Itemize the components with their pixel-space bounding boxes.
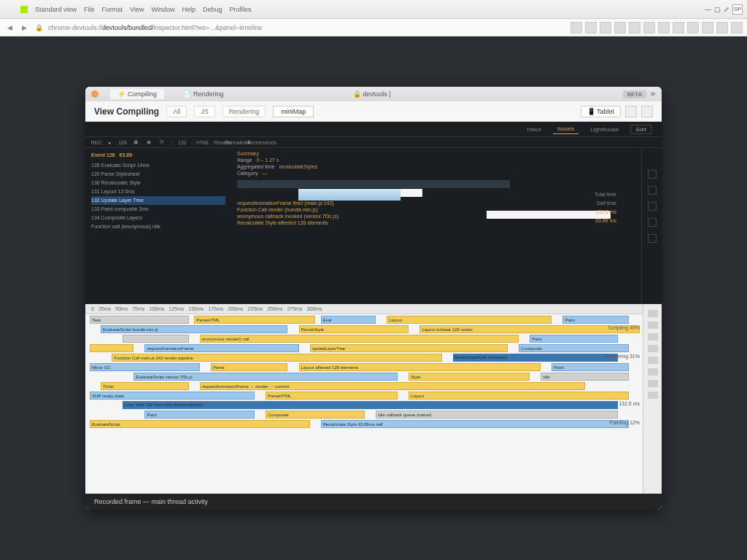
event-row[interactable]: 134 Composite Layers [91, 214, 225, 222]
export-icon[interactable] [641, 106, 653, 117]
event-row[interactable]: 129 Parse Stylesheet [91, 170, 225, 179]
subtab-rendering[interactable]: Rendering [222, 106, 266, 117]
flame-block[interactable]: Paint [562, 316, 628, 324]
flame-block[interactable]: Function Call main.js:142 render pipelin… [112, 354, 441, 362]
flame-block[interactable]: Paint [530, 335, 618, 343]
toolbar-item[interactable]: HTML [199, 139, 206, 146]
settings-icon[interactable] [625, 106, 637, 117]
toolbar-icon[interactable] [600, 22, 611, 34]
flame-block[interactable]: Style [409, 373, 530, 381]
toolbar-item[interactable]: Permalink [232, 139, 239, 146]
gutter-icon[interactable] [648, 322, 658, 329]
flame-block[interactable]: Long Task 132.0ms main thread blocked [123, 401, 618, 409]
toolbar-item[interactable]: ● [106, 139, 113, 146]
event-list[interactable]: Event 128 63.89 128 Evaluate Script 14ms… [85, 148, 231, 304]
back-icon[interactable]: ◀ [4, 23, 15, 33]
flame-block[interactable]: Parse [211, 363, 288, 371]
os-menu-item[interactable]: Profiles [230, 6, 252, 13]
toolbar-icon[interactable] [702, 22, 713, 34]
rail-icon[interactable] [648, 218, 657, 227]
flame-block[interactable]: Idle callback queue drained [376, 411, 618, 419]
toolbar-icon[interactable] [643, 22, 655, 34]
minimap-toggle[interactable]: miniMap [273, 106, 314, 117]
gutter-icon[interactable] [648, 310, 658, 317]
toolbar-icon[interactable] [687, 22, 699, 34]
flame-block[interactable]: updateLayerTree [310, 344, 508, 352]
toolbar-item[interactable]: ◉ [145, 139, 152, 146]
toolbar-icon[interactable] [570, 22, 582, 34]
event-row[interactable]: 128 Evaluate Script 14ms [91, 161, 225, 170]
flame-block[interactable] [90, 344, 133, 352]
gutter-icon[interactable] [648, 333, 658, 341]
time-ruler[interactable]: 025ms50ms75ms100ms125ms150ms175ms200ms22… [85, 304, 662, 314]
flame-block[interactable]: Idle [541, 373, 629, 381]
event-row[interactable]: 133 Paint composite 3ms [91, 205, 225, 214]
screenshot-thumbnail[interactable] [298, 189, 400, 201]
event-row[interactable]: 132 Update Layer Tree [91, 196, 225, 205]
flame-block[interactable]: anonymous render() call [200, 335, 519, 343]
toolbar-icon[interactable] [673, 22, 684, 34]
toolbar-icon[interactable] [731, 22, 743, 34]
flame-block[interactable]: Paint [551, 363, 629, 371]
toolbar-item[interactable]: REC [93, 139, 100, 146]
minimize-icon[interactable]: — [705, 6, 711, 13]
toolbar-item[interactable]: Screenshots [258, 139, 266, 146]
subtab-all[interactable]: All [166, 106, 187, 117]
gutter-icon[interactable] [648, 380, 658, 387]
call-row[interactable]: Recalculate Style affected 128 elements [237, 220, 612, 225]
subtab-js[interactable]: JS [194, 106, 215, 117]
flame-block[interactable]: Layout subtree 128 nodes [419, 325, 640, 333]
forward-icon[interactable]: ▶ [19, 23, 29, 33]
gutter-icon[interactable] [648, 345, 658, 352]
gutter-icon[interactable] [648, 368, 658, 376]
flame-block[interactable]: requestAnimationFrame [144, 344, 298, 352]
address-bar[interactable]: chrome-devtools://devtools/bundled/inspe… [48, 24, 262, 31]
call-row[interactable]: anonymous callback invoked (vendor.7f3c.… [237, 214, 612, 219]
flame-block[interactable]: Layout affected 128 elements [299, 363, 541, 371]
os-menu-item[interactable]: Format [102, 6, 123, 13]
toolbar-item[interactable]: 128 [119, 139, 126, 146]
call-row[interactable]: requestAnimationFrame fired (main.js:142… [237, 201, 612, 206]
os-menu-item[interactable]: Window [151, 6, 174, 13]
event-row[interactable]: 130 Recalculate Style [91, 179, 225, 187]
flame-block[interactable]: RecalculateStyle (selected) [453, 354, 618, 362]
maximize-icon[interactable]: ▢ [714, 6, 721, 13]
flame-block[interactable]: Timer [101, 382, 189, 390]
os-menu-item[interactable]: View [130, 6, 144, 13]
tab-rendering[interactable]: 📄 Rendering [176, 89, 231, 99]
flame-block[interactable]: requestAnimationFrame → render → commit [200, 382, 585, 390]
os-menu-item[interactable]: Help [182, 6, 196, 13]
os-menu-item[interactable]: Standard view [35, 6, 77, 13]
device-pill[interactable]: 📱 Tablet [581, 106, 621, 117]
toolbar-icon[interactable] [614, 22, 626, 34]
flame-block[interactable]: Composite [519, 344, 629, 352]
inspector-tab[interactable]: Lighthouse [586, 125, 623, 134]
rail-icon[interactable] [648, 202, 657, 211]
flame-block[interactable] [123, 335, 188, 343]
tab-compiling[interactable]: ⚡ Compiling [110, 89, 164, 99]
fullscreen-icon[interactable]: ⤢ [724, 6, 729, 13]
toolbar-item[interactable]: ▣ [132, 139, 139, 146]
refresh-icon[interactable]: ⟳ [651, 91, 656, 98]
flame-block[interactable]: ParseHTML [266, 392, 398, 400]
os-menu-item[interactable]: File [84, 6, 95, 13]
sort-button[interactable]: Sort [630, 125, 651, 134]
flame-block[interactable]: Minor GC [90, 363, 200, 371]
toolbar-icon[interactable] [585, 22, 597, 34]
flame-block[interactable]: EvaluateScript bundle.min.js [101, 325, 287, 333]
os-menu-item[interactable]: Debug [203, 6, 222, 13]
rail-icon[interactable] [648, 170, 657, 179]
flame-block[interactable]: Layout [387, 316, 551, 324]
rail-icon[interactable] [648, 234, 657, 243]
event-row[interactable]: 131 Layout 12.0ms [91, 187, 225, 196]
flame-block[interactable]: Recalculate Style 63.89ms self [321, 420, 629, 428]
toolbar-icon[interactable] [716, 22, 728, 34]
flame-block[interactable]: EvaluateScript vendor.7f3c.js [133, 373, 398, 381]
inspector-tab[interactable]: Inbox [522, 125, 546, 134]
toolbar-item[interactable]: 132 [179, 139, 186, 146]
rail-icon[interactable] [648, 186, 657, 195]
flame-block[interactable]: Eval [321, 316, 376, 324]
toolbar-icon[interactable] [629, 22, 640, 34]
flame-chart-panel[interactable]: 025ms50ms75ms100ms125ms150ms175ms200ms22… [85, 304, 662, 494]
traffic-light-icon[interactable] [91, 90, 98, 98]
